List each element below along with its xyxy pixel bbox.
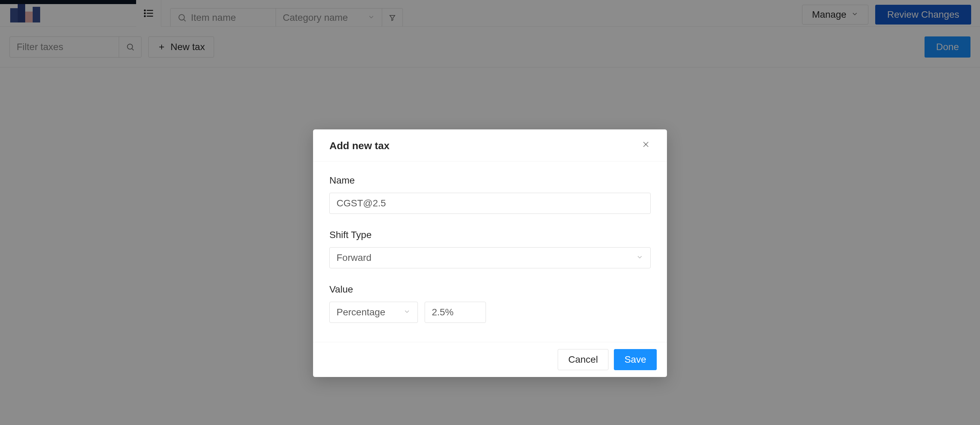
modal-title: Add new tax xyxy=(329,140,390,152)
modal-body: Name Shift Type Forward Value Percentage xyxy=(313,161,667,342)
value-field: Value Percentage xyxy=(329,284,651,323)
modal-header: Add new tax xyxy=(313,129,667,161)
name-field: Name xyxy=(329,175,651,214)
cancel-button[interactable]: Cancel xyxy=(558,349,608,370)
close-icon xyxy=(641,140,651,149)
value-amount-input[interactable] xyxy=(425,302,486,323)
value-label: Value xyxy=(329,284,651,295)
value-row: Percentage xyxy=(329,302,651,323)
modal-footer: Cancel Save xyxy=(313,342,667,377)
save-label: Save xyxy=(624,354,646,365)
shift-type-field: Shift Type Forward xyxy=(329,230,651,268)
save-button[interactable]: Save xyxy=(614,349,657,370)
chevron-down-icon xyxy=(636,252,643,263)
cancel-label: Cancel xyxy=(568,354,598,365)
value-type-select[interactable]: Percentage xyxy=(329,302,418,323)
name-label: Name xyxy=(329,175,651,186)
chevron-down-icon xyxy=(403,307,411,318)
value-type-value: Percentage xyxy=(337,307,385,318)
shift-type-value: Forward xyxy=(337,252,372,263)
shift-type-select[interactable]: Forward xyxy=(329,247,651,268)
name-input[interactable] xyxy=(329,193,651,214)
shift-type-label: Shift Type xyxy=(329,230,651,240)
add-tax-modal: Add new tax Name Shift Type Forward Valu… xyxy=(313,129,667,377)
modal-close-button[interactable] xyxy=(641,140,651,152)
